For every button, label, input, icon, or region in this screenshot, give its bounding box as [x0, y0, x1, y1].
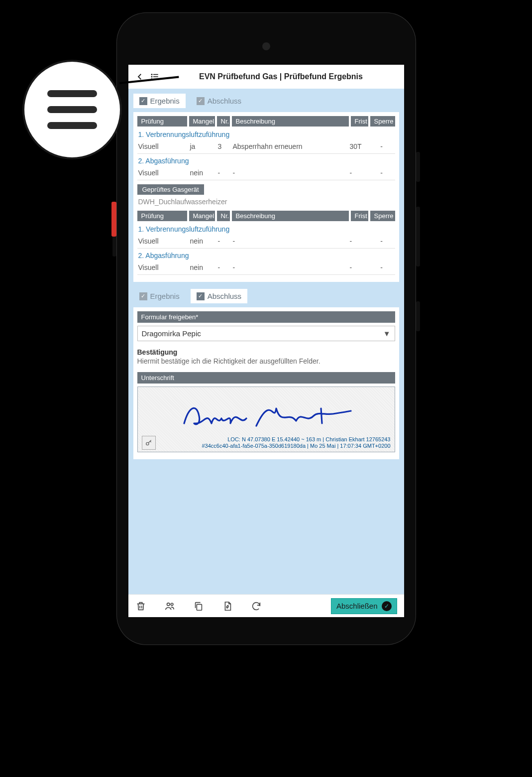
tab-ergebnis[interactable]: ✓ Ergebnis — [133, 289, 186, 303]
cell-sperre: - — [369, 263, 394, 271]
cell-nr: - — [218, 263, 231, 271]
cell-nr: 3 — [218, 142, 231, 150]
menu-callout — [22, 60, 122, 159]
svg-point-7 — [167, 603, 170, 606]
cell-pruef: Visuell — [138, 263, 188, 271]
table-row: Visuell nein - - - - — [137, 260, 395, 275]
complete-label: Abschließen — [336, 602, 378, 610]
cell-mangel: nein — [190, 237, 216, 245]
table-row: Visuell nein - - - - — [137, 234, 395, 249]
th-mangel: Mangel — [189, 116, 215, 127]
tab-label: Ergebnis — [150, 97, 180, 105]
cell-pruef: Visuell — [138, 169, 188, 177]
signature-label: Unterschrift — [137, 372, 395, 384]
confirm-title: Bestätigung — [137, 348, 395, 356]
tabs-top: ✓ Ergebnis ✓ Abschluss — [133, 94, 399, 108]
cell-mangel: ja — [190, 142, 216, 150]
section-link[interactable]: 2. Abgasführung — [137, 249, 395, 260]
cell-frist: - — [350, 169, 367, 177]
th-nr: Nr. — [217, 211, 230, 221]
cell-sperre: - — [369, 237, 394, 245]
cell-nr: - — [218, 169, 231, 177]
section-link[interactable]: 1. Verbrennungsluftzuführung — [137, 222, 395, 234]
release-label: Formular freigeben* — [137, 311, 395, 323]
cell-frist: - — [350, 237, 367, 245]
cell-beschr: Absperrhahn erneuern — [233, 142, 348, 150]
check-icon: ✓ — [197, 97, 205, 105]
ergebnis-card: Prüfung Mangel Nr. Beschreibung Frist Sp… — [133, 112, 399, 282]
th-beschreibung: Beschreibung — [232, 116, 349, 127]
cell-pruef: Visuell — [138, 237, 188, 245]
cell-frist: 30T — [350, 142, 367, 150]
complete-button[interactable]: Abschließen ✓ — [331, 598, 397, 614]
check-icon: ✓ — [139, 97, 147, 105]
refresh-icon[interactable] — [251, 601, 262, 612]
check-icon: ✓ — [197, 292, 205, 300]
sig-meta-line1: LOC: N 47.07380 E 15.42440 ~ 163 m | Chr… — [160, 436, 391, 443]
th-sperre: Sperre — [370, 211, 395, 221]
signature-meta: LOC: N 47.07380 E 15.42440 ~ 163 m | Chr… — [142, 436, 391, 450]
tab-label: Abschluss — [208, 97, 241, 105]
cell-pruef: Visuell — [138, 142, 188, 150]
check-icon: ✓ — [139, 292, 147, 300]
svg-point-6 — [146, 442, 148, 445]
th-mangel: Mangel — [189, 211, 215, 221]
abschluss-card: Formular freigeben* Dragomirka Pepic ▼ B… — [133, 307, 399, 459]
cell-nr: - — [218, 237, 231, 245]
svg-point-8 — [171, 603, 173, 606]
cell-frist: - — [350, 263, 367, 271]
app-screen: EVN Prüfbefund Gas | Prüfbefund Ergebnis… — [128, 65, 404, 617]
cell-mangel: nein — [190, 263, 216, 271]
signature-pad[interactable] — [142, 391, 391, 436]
tab-label: Ergebnis — [150, 292, 180, 300]
th-nr: Nr. — [217, 116, 230, 127]
cell-beschr: - — [233, 169, 348, 177]
tab-label: Abschluss — [208, 292, 241, 300]
svg-rect-3 — [153, 76, 158, 77]
section-link[interactable]: 2. Abgasführung — [137, 154, 395, 166]
page-title: EVN Prüfbefund Gas | Prüfbefund Ergebnis — [165, 72, 397, 81]
th-pruefung: Prüfung — [137, 211, 187, 221]
release-selected: Dragomirka Pepic — [142, 329, 201, 338]
confirm-text: Hiermit bestätige ich die Richtigkeit de… — [137, 357, 395, 365]
pdf-icon[interactable] — [222, 601, 233, 612]
cell-sperre: - — [369, 142, 394, 150]
th-frist: Frist — [351, 211, 368, 221]
cell-sperre: - — [369, 169, 394, 177]
users-icon[interactable] — [164, 601, 175, 612]
cell-beschr: - — [233, 237, 348, 245]
th-beschreibung: Beschreibung — [232, 211, 349, 221]
svg-point-0 — [151, 74, 152, 75]
svg-point-2 — [151, 76, 152, 78]
key-icon[interactable] — [142, 436, 156, 450]
th-frist: Frist — [351, 116, 368, 127]
chevron-down-icon: ▼ — [383, 329, 391, 338]
content-area: ✓ Ergebnis ✓ Abschluss Prüfung Mangel Nr… — [128, 89, 404, 594]
copy-icon[interactable] — [193, 601, 204, 612]
device-frame: EVN Prüfbefund Gas | Prüfbefund Ergebnis… — [116, 12, 416, 645]
section-link[interactable]: 1. Verbrennungsluftzuführung — [137, 128, 395, 139]
hamburger-icon — [47, 90, 97, 129]
device-label: Geprüftes Gasgerät — [137, 184, 204, 195]
tabs-bottom: ✓ Ergebnis ✓ Abschluss — [133, 289, 399, 303]
table-head: Prüfung Mangel Nr. Beschreibung Frist Sp… — [137, 116, 395, 127]
table-head: Prüfung Mangel Nr. Beschreibung Frist Sp… — [137, 211, 395, 221]
th-sperre: Sperre — [370, 116, 395, 127]
tab-abschluss[interactable]: ✓ Abschluss — [191, 94, 247, 108]
signature-box: LOC: N 47.07380 E 15.42440 ~ 163 m | Chr… — [137, 387, 395, 452]
cell-mangel: nein — [190, 169, 216, 177]
tab-ergebnis[interactable]: ✓ Ergebnis — [133, 94, 186, 108]
svg-rect-9 — [197, 604, 202, 610]
table-row: Visuell ja 3 Absperrhahn erneuern 30T - — [137, 139, 395, 154]
trash-icon[interactable] — [135, 601, 146, 612]
th-pruefung: Prüfung — [137, 116, 187, 127]
tab-abschluss[interactable]: ✓ Abschluss — [191, 289, 247, 303]
check-circle-icon: ✓ — [382, 601, 392, 611]
svg-rect-1 — [153, 74, 158, 75]
sig-meta-line2: #34cc6c40-afa1-fa5e-075a-350d619180da | … — [160, 443, 391, 450]
action-bar: Abschließen ✓ — [128, 594, 404, 617]
table-row: Visuell nein - - - - — [137, 166, 395, 180]
release-select[interactable]: Dragomirka Pepic ▼ — [137, 326, 395, 341]
cell-beschr: - — [233, 263, 348, 271]
device-value: DWH_Duchlaufwasserheizer — [137, 195, 395, 211]
